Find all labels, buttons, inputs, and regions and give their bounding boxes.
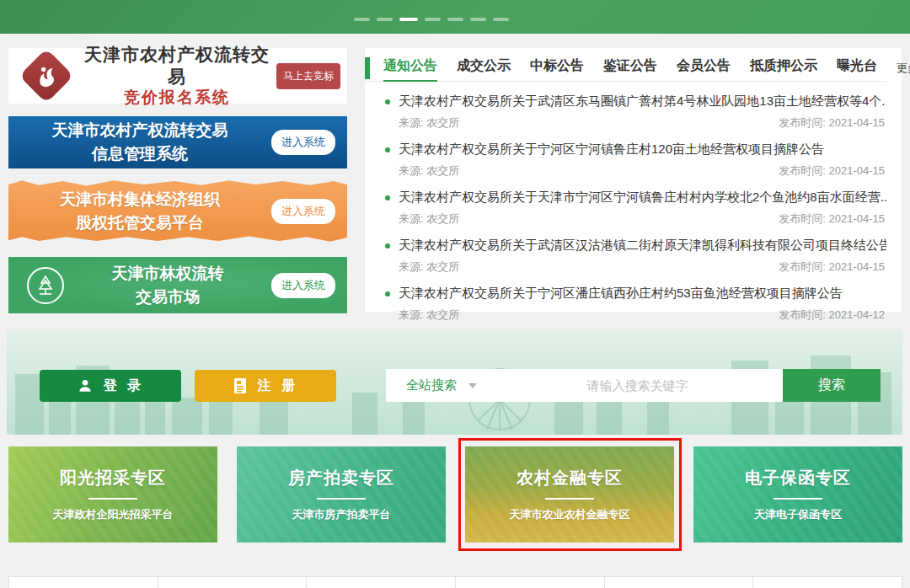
- announcement-panel: 通知公告 成交公示 中标公告 鉴证公告 会员公告 抵质押公示 曝光台 更多 天津…: [365, 48, 902, 312]
- announcement-link[interactable]: 天津农村产权交易所关于宁河区宁河镇鲁庄村120亩土地经营权项目摘牌公告: [385, 142, 886, 158]
- stat-cell: [604, 576, 754, 588]
- tab-accent-bar: [365, 57, 370, 79]
- carousel-dot-active[interactable]: [399, 18, 418, 21]
- search-button[interactable]: 搜索: [783, 369, 881, 402]
- user-icon: [77, 377, 94, 394]
- bullet-icon: [385, 243, 390, 249]
- enter-system-button[interactable]: 进入系统: [271, 130, 335, 155]
- source-text: 来源: 农交所: [399, 115, 459, 131]
- announcement-list: 天津农村产权交易所关于武清区东马圈镇广善村第4号林业队园地13亩土地经营权等4个…: [365, 82, 886, 323]
- carousel-dot[interactable]: [447, 18, 463, 21]
- source-text: 来源: 农交所: [399, 259, 459, 275]
- equity-custody-banner[interactable]: 天津市村集体经济组织 股权托管交易平台 进入系统: [8, 178, 347, 244]
- bullet-icon: [385, 195, 390, 200]
- tab-exposure[interactable]: 曝光台: [837, 55, 877, 82]
- divider: [545, 498, 594, 500]
- register-button[interactable]: 注 册: [195, 370, 336, 402]
- homepage: 天津市农村产权流转交易 竞价报名系统 马上去竞标 天津市农村产权流转交易 信息管…: [0, 0, 910, 588]
- bullet-icon: [385, 291, 390, 297]
- banner-line2: 股权托管交易平台: [8, 211, 271, 235]
- bullet-icon: [385, 99, 390, 104]
- site-logo-icon: [19, 48, 73, 103]
- stat-cell: [306, 576, 456, 588]
- banner-line2: 信息管理系统: [8, 142, 271, 166]
- source-text: 来源: 农交所: [399, 163, 459, 179]
- banner-line1: 天津市林权流转: [64, 262, 271, 286]
- tab-deal-publicity[interactable]: 成交公示: [457, 55, 511, 82]
- announcement-link[interactable]: 天津农村产权交易所关于武清区东马圈镇广善村第4号林业队园地13亩土地经营权等4个…: [385, 94, 886, 110]
- divider: [317, 498, 366, 500]
- stat-cell: [752, 576, 902, 588]
- announcement-tabs: 通知公告 成交公示 中标公告 鉴证公告 会员公告 抵质押公示 曝光台 更多: [365, 55, 886, 82]
- tree-icon: [27, 267, 64, 304]
- announcement-link[interactable]: 天津农村产权交易所关于天津市宁河区宁河镇鲁庄村村内学校北2个鱼池约8亩水面经营.…: [385, 190, 886, 206]
- carousel-dot[interactable]: [425, 18, 441, 21]
- carousel-banner[interactable]: [0, 0, 910, 34]
- enter-system-button[interactable]: 进入系统: [271, 199, 335, 224]
- carousel-dot[interactable]: [470, 18, 486, 21]
- tab-pledge[interactable]: 抵质押公示: [750, 55, 817, 82]
- stat-cell: [8, 576, 158, 588]
- banner-line2: 交易市场: [64, 286, 271, 309]
- forest-rights-banner[interactable]: 天津市林权流转 交易市场 进入系统: [8, 257, 347, 313]
- publish-time: 发布时间: 2021-04-15: [779, 211, 885, 227]
- list-item: 天津农村产权交易所关于宁河区宁河镇鲁庄村120亩土地经营权项目摘牌公告 来源: …: [385, 142, 886, 179]
- tab-winning-bid[interactable]: 中标公告: [530, 55, 584, 82]
- info-management-banner[interactable]: 天津市农村产权流转交易 信息管理系统 进入系统: [8, 116, 347, 168]
- list-item: 天津农村产权交易所关于武清区汉沽港镇二街村原天津凯得利科技有限公司项目终结公告 …: [385, 238, 886, 275]
- site-title: 天津市农村产权流转交易: [78, 44, 276, 88]
- divider: [774, 498, 822, 500]
- bidding-system-title: 天津市农村产权流转交易 竞价报名系统: [78, 44, 276, 108]
- tab-member[interactable]: 会员公告: [677, 55, 731, 82]
- publish-time: 发布时间: 2021-04-15: [779, 259, 885, 275]
- site-subtitle: 竞价报名系统: [78, 88, 276, 108]
- banner-line1: 天津市农村产权流转交易: [8, 119, 271, 142]
- hero-band: 登 录 注 册 全站搜索 搜索: [7, 329, 902, 435]
- search-bar: 全站搜索: [386, 369, 783, 402]
- carousel-dot[interactable]: [493, 18, 509, 21]
- carousel-dot[interactable]: [377, 18, 393, 21]
- announcement-link[interactable]: 天津农村产权交易所关于武清区汉沽港镇二街村原天津凯得利科技有限公司项目终结公告: [385, 238, 886, 254]
- chevron-down-icon: [468, 383, 477, 388]
- zone-card-sunshine-procurement[interactable]: 阳光招采专区 天津政村企阳光招采平台: [8, 446, 217, 543]
- tab-notice[interactable]: 通知公告: [383, 55, 437, 82]
- zone-card-e-guarantee[interactable]: 电子保函专区 天津电子保函专区: [693, 446, 902, 543]
- carousel-dot[interactable]: [354, 18, 370, 21]
- id-card-icon: [233, 377, 248, 394]
- tab-authentication[interactable]: 鉴证公告: [603, 55, 657, 82]
- next-section-partial: [8, 576, 902, 588]
- zone-card-real-estate-auction[interactable]: 房产拍卖专区 天津市房产拍卖平台: [237, 446, 446, 543]
- list-item: 天津农村产权交易所关于宁河区潘庄镇西孙庄村约53亩鱼池经营权项目摘牌公告 来源:…: [385, 286, 886, 323]
- list-item: 天津农村产权交易所关于武清区东马圈镇广善村第4号林业队园地13亩土地经营权等4个…: [385, 94, 886, 131]
- announcement-link[interactable]: 天津农村产权交易所关于宁河区潘庄镇西孙庄村约53亩鱼池经营权项目摘牌公告: [385, 286, 886, 302]
- publish-time: 发布时间: 2021-04-15: [779, 115, 885, 131]
- more-link[interactable]: 更多: [897, 61, 910, 76]
- go-bid-button[interactable]: 马上去竞标: [276, 63, 340, 89]
- publish-time: 发布时间: 2021-04-15: [779, 163, 885, 179]
- source-text: 来源: 农交所: [399, 307, 459, 323]
- stat-cell: [158, 576, 308, 588]
- bullet-icon: [385, 147, 390, 152]
- stat-cell: [455, 576, 605, 588]
- bidding-system-card: 天津市农村产权流转交易 竞价报名系统 马上去竞标: [8, 48, 347, 104]
- zone-card-rural-finance[interactable]: 农村金融专区 天津市农业农村金融专区: [465, 446, 674, 543]
- divider: [88, 498, 137, 500]
- source-text: 来源: 农交所: [399, 211, 459, 227]
- carousel-indicators: [354, 18, 509, 21]
- search-scope-select[interactable]: 全站搜索: [386, 377, 492, 393]
- list-item: 天津农村产权交易所关于天津市宁河区宁河镇鲁庄村村内学校北2个鱼池约8亩水面经营.…: [385, 190, 886, 227]
- search-input[interactable]: [492, 369, 783, 402]
- banner-line1: 天津市村集体经济组织: [8, 188, 271, 211]
- enter-system-button[interactable]: 进入系统: [271, 273, 335, 298]
- publish-time: 发布时间: 2021-04-12: [779, 307, 885, 323]
- login-button[interactable]: 登 录: [40, 370, 181, 402]
